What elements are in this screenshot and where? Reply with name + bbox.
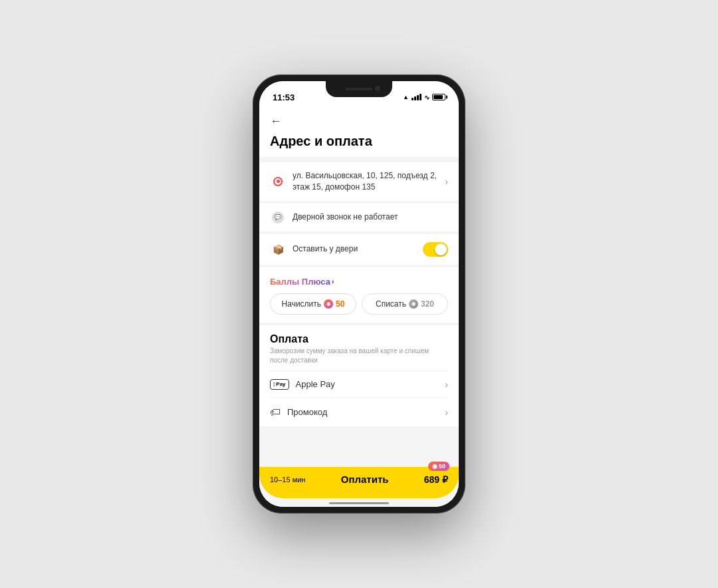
status-icons: ▲ ∿ bbox=[403, 94, 445, 101]
apple-pay-row[interactable]:  Pay Apple Pay › bbox=[270, 370, 448, 398]
plus-buttons: Начислить ◉ 50 Списать ◉ 320 bbox=[270, 293, 448, 315]
package-icon: 📦 bbox=[270, 244, 286, 255]
back-button-container: ← bbox=[259, 108, 459, 131]
home-indicator bbox=[259, 498, 459, 507]
spend-label: Списать bbox=[376, 299, 406, 309]
badge-value: 50 bbox=[439, 463, 445, 470]
payment-section: Оплата Заморозим сумму заказа на вашей к… bbox=[259, 325, 459, 426]
delivery-time: 10–15 мин bbox=[270, 476, 305, 484]
bottom-bar[interactable]: ◉ 50 10–15 мин Оплатить 689 ₽ bbox=[259, 467, 459, 498]
doorbell-icon: 💬 bbox=[270, 212, 286, 223]
address-row[interactable]: ул. Васильцовская, 10, 125, подъезд 2, э… bbox=[259, 162, 459, 201]
phone-screen: 11:53 ▲ ∿ ← Адрес и оплата bbox=[259, 81, 459, 507]
address-card: ул. Васильцовская, 10, 125, подъезд 2, э… bbox=[259, 162, 459, 201]
doorbell-text: Дверной звонок не работает bbox=[293, 212, 448, 223]
location-dot-icon bbox=[270, 177, 286, 186]
content-area: ← Адрес и оплата ул. Васильцовская, 10, … bbox=[259, 108, 459, 507]
leave-at-door-row: 📦 Оставить у двери bbox=[259, 234, 459, 265]
location-icon: ▲ bbox=[403, 94, 409, 100]
spend-button[interactable]: Списать ◉ 320 bbox=[362, 293, 448, 315]
home-bar bbox=[329, 502, 389, 504]
page-title-section: Адрес и оплата bbox=[259, 131, 459, 157]
plus-chevron-icon: › bbox=[332, 278, 334, 285]
promo-chevron-icon: › bbox=[445, 407, 448, 418]
camera bbox=[375, 86, 380, 91]
apple-pay-badge:  Pay bbox=[270, 379, 289, 390]
phone-shell: 11:53 ▲ ∿ ← Адрес и оплата bbox=[253, 74, 465, 514]
pay-button-label[interactable]: Оплатить bbox=[341, 474, 389, 485]
leave-at-door-toggle[interactable] bbox=[423, 242, 448, 257]
wifi-icon: ∿ bbox=[424, 94, 429, 101]
promo-icon: 🏷 bbox=[270, 406, 281, 418]
notch bbox=[326, 81, 392, 97]
bottom-badge: ◉ 50 bbox=[428, 462, 449, 471]
accrue-value: 50 bbox=[336, 299, 344, 309]
accrue-label: Начислить bbox=[282, 299, 321, 309]
apple-pay-chevron-icon: › bbox=[445, 379, 448, 390]
leave-at-door-text: Оставить у двери bbox=[293, 243, 423, 255]
address-chevron-icon: › bbox=[445, 176, 448, 187]
status-time: 11:53 bbox=[273, 92, 295, 102]
signal-bars bbox=[412, 94, 421, 100]
spend-value: 320 bbox=[421, 299, 434, 309]
page-title: Адрес и оплата bbox=[270, 134, 448, 149]
payment-subtitle: Заморозим сумму заказа на вашей карте и … bbox=[270, 347, 448, 365]
doorbell-card: 💬 Дверной звонок не работает bbox=[259, 204, 459, 231]
plus-label: Баллы Плюса bbox=[270, 277, 330, 287]
speaker bbox=[346, 88, 372, 90]
spacer bbox=[259, 426, 459, 467]
apple-icon:  bbox=[273, 381, 275, 388]
apple-pay-badge-text: Pay bbox=[276, 381, 285, 387]
apple-pay-label: Apple Pay bbox=[296, 379, 445, 389]
accrue-button[interactable]: Начислить ◉ 50 bbox=[270, 293, 356, 315]
back-button[interactable]: ← bbox=[270, 114, 282, 128]
address-text: ул. Васильцовская, 10, 125, подъезд 2, э… bbox=[293, 170, 445, 193]
leave-at-door-card: 📦 Оставить у двери bbox=[259, 234, 459, 265]
plus-title[interactable]: Баллы Плюса › bbox=[270, 277, 334, 287]
promo-label: Промокод bbox=[287, 407, 445, 417]
promo-row[interactable]: 🏷 Промокод › bbox=[270, 398, 448, 426]
battery-icon bbox=[432, 94, 445, 100]
badge-coin-icon: ◉ bbox=[432, 463, 437, 470]
doorbell-row[interactable]: 💬 Дверной звонок не работает bbox=[259, 204, 459, 231]
total-price: 689 ₽ bbox=[424, 474, 448, 485]
plus-section: Баллы Плюса › Начислить ◉ 50 Списать ◉ 3… bbox=[259, 267, 459, 323]
payment-title: Оплата bbox=[270, 333, 448, 345]
